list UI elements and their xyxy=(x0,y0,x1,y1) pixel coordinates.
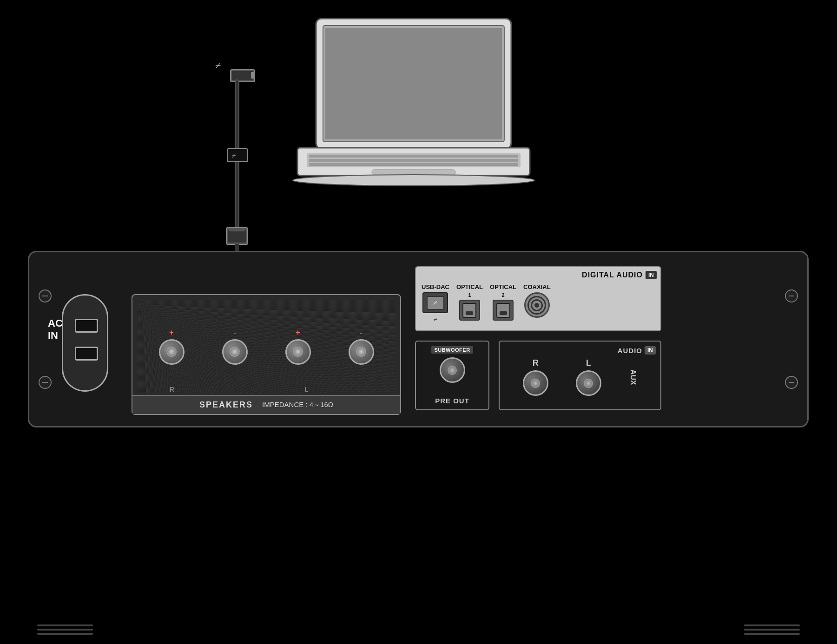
screw-right-top xyxy=(785,289,798,302)
terminal-l-minus[interactable]: - xyxy=(331,304,391,388)
coaxial-label: COAXIAL xyxy=(523,284,551,290)
svg-marker-20 xyxy=(228,230,246,231)
r-channel-jack[interactable] xyxy=(523,370,548,396)
ac-slot-bottom xyxy=(75,347,98,361)
optical-2-port[interactable] xyxy=(493,300,514,321)
r-channel-label: R xyxy=(533,358,539,368)
deco-line-left-3 xyxy=(37,633,93,635)
terminal-r-minus-post[interactable] xyxy=(222,339,248,365)
speakers-section: + - + - R L SPEAKERS IMPEDANCE : 4～1 xyxy=(132,294,401,415)
terminal-r-plus-post[interactable] xyxy=(159,339,185,365)
jack-group-l: L xyxy=(576,358,601,396)
digital-audio-title: DIGITAL AUDIO xyxy=(582,271,643,279)
terminal-grid: + - + - xyxy=(137,300,395,393)
svg-point-9 xyxy=(293,175,534,186)
deco-line-right-2 xyxy=(744,629,800,631)
impedance-label: IMPEDANCE : 4～16Ω xyxy=(262,401,333,409)
subwoofer-label: SUBWOOFER xyxy=(431,346,473,354)
optical-1-inner xyxy=(462,303,476,318)
optical-1-port[interactable] xyxy=(459,300,480,321)
audio-in-section: AUDIO IN R L AUX xyxy=(499,341,661,410)
ac-slot-top xyxy=(75,319,98,333)
svg-rect-0 xyxy=(316,19,511,149)
svg-rect-4 xyxy=(307,153,521,167)
terminal-l-plus-label: + xyxy=(296,329,300,337)
deco-line-right-1 xyxy=(744,624,800,626)
svg-rect-19 xyxy=(228,230,246,243)
port-group-optical-1: OPTICAL 1 xyxy=(456,284,483,321)
l-channel-jack[interactable] xyxy=(576,370,601,396)
usb-symbol: ⌿ xyxy=(433,298,438,308)
jack-group-r: R xyxy=(523,358,548,396)
terminal-r-minus-label: - xyxy=(233,329,236,337)
deco-line-right-3 xyxy=(744,633,800,635)
port-group-usb-dac: USB-DAC ⌿ ⌿ xyxy=(422,284,449,323)
l-channel-label: L xyxy=(586,358,591,368)
deco-line-left-2 xyxy=(37,629,93,631)
screw-right-bottom xyxy=(785,376,798,389)
port-group-optical-2: OPTICAL 2 xyxy=(490,284,516,321)
optical-2-sublabel: 2 xyxy=(501,292,504,298)
svg-rect-16 xyxy=(227,149,248,162)
usb-dac-inner: ⌿ xyxy=(427,296,444,310)
digital-audio-header: DIGITAL AUDIO IN xyxy=(420,271,657,279)
svg-text:⌿: ⌿ xyxy=(215,59,221,71)
optical-2-label: OPTICAL xyxy=(490,284,516,290)
terminal-l-minus-label: - xyxy=(360,329,362,337)
optical-1-label: OPTICAL xyxy=(456,284,483,290)
amplifier-body: AC IN + - + - xyxy=(28,251,809,427)
port-group-coaxial: COAXIAL xyxy=(523,284,551,318)
svg-rect-7 xyxy=(309,163,518,166)
svg-rect-10 xyxy=(231,70,255,82)
terminal-l-plus-post[interactable] xyxy=(285,339,311,365)
optical-2-inner xyxy=(496,303,510,318)
audio-in-title: AUDIO xyxy=(618,347,642,355)
digital-audio-section: DIGITAL AUDIO IN USB-DAC ⌿ ⌿ OPTICAL 1 xyxy=(415,266,661,331)
coaxial-center xyxy=(534,303,539,308)
pre-out-label: PRE OUT xyxy=(435,397,469,405)
subwoofer-rca-jack[interactable] xyxy=(440,357,465,383)
svg-text:⌿: ⌿ xyxy=(231,151,237,160)
usb-dac-port[interactable]: ⌿ xyxy=(422,292,448,313)
aux-group: AUX xyxy=(629,369,637,385)
terminal-l-minus-post[interactable] xyxy=(349,339,374,365)
svg-rect-1 xyxy=(323,26,504,142)
digital-audio-in-badge: IN xyxy=(646,271,657,279)
terminal-l-plus[interactable]: + xyxy=(268,304,328,388)
pre-out-section: SUBWOOFER PRE OUT xyxy=(415,341,489,410)
audio-jacks-row: R L AUX xyxy=(504,358,656,396)
bottom-lines-right xyxy=(744,624,800,635)
digital-ports-row: USB-DAC ⌿ ⌿ OPTICAL 1 OPTICAL 2 xyxy=(420,282,657,325)
ac-in-label: AC IN xyxy=(48,317,63,342)
subwoofer-rca-inner xyxy=(448,366,457,375)
ac-in-section: AC IN xyxy=(43,280,122,401)
svg-rect-18 xyxy=(226,228,248,244)
svg-rect-13 xyxy=(251,72,255,79)
bottom-lines-left xyxy=(37,624,93,635)
usb-dac-usb-icon: ⌿ xyxy=(433,315,438,323)
coaxial-port[interactable] xyxy=(524,292,550,318)
deco-line-left-1 xyxy=(37,624,93,626)
l-channel-inner xyxy=(584,379,593,388)
usb-dac-label: USB-DAC xyxy=(422,284,449,290)
svg-rect-6 xyxy=(309,159,518,162)
coaxial-ring2 xyxy=(531,299,543,311)
bottom-decorations xyxy=(37,624,800,635)
ac-connector xyxy=(62,294,108,392)
audio-in-badge: IN xyxy=(645,346,656,355)
optical-1-sublabel: 1 xyxy=(468,292,471,298)
svg-rect-3 xyxy=(297,148,530,176)
audio-in-header: AUDIO IN xyxy=(504,346,656,355)
svg-rect-2 xyxy=(325,28,502,139)
svg-rect-11 xyxy=(232,71,253,80)
speakers-label: SPEAKERS xyxy=(199,400,253,410)
terminal-r-minus[interactable]: - xyxy=(205,304,264,388)
terminal-r-plus[interactable]: + xyxy=(142,304,201,388)
speakers-label-area: R L SPEAKERS IMPEDANCE : 4～16Ω xyxy=(132,395,400,414)
channel-l-label: L xyxy=(304,386,309,393)
aux-label: AUX xyxy=(629,369,637,385)
svg-rect-5 xyxy=(309,155,518,158)
coaxial-ring1 xyxy=(527,296,546,315)
r-channel-inner xyxy=(531,379,540,388)
svg-rect-8 xyxy=(372,170,455,175)
